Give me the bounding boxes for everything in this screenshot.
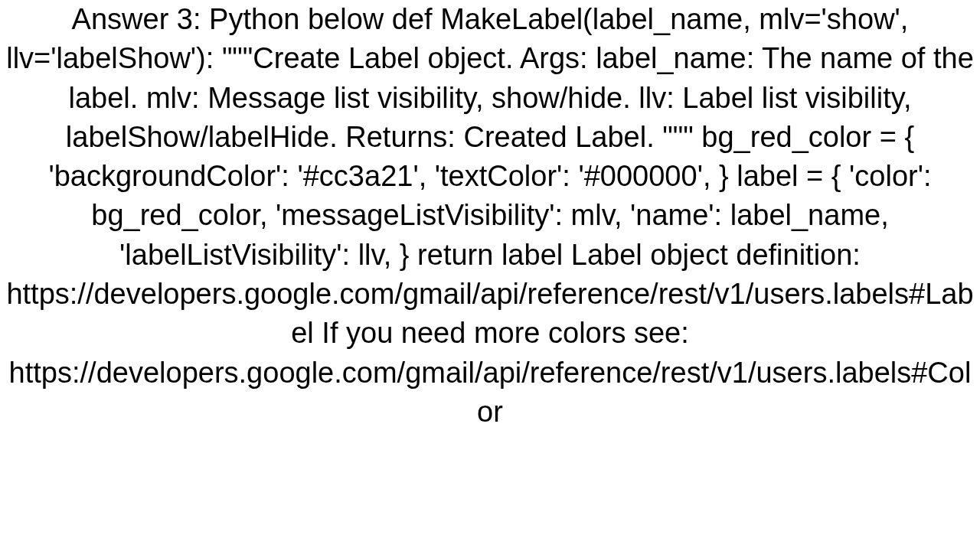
document-text: Answer 3: Python below def MakeLabel(lab… [6, 3, 974, 428]
document-body: Answer 3: Python below def MakeLabel(lab… [0, 0, 980, 432]
